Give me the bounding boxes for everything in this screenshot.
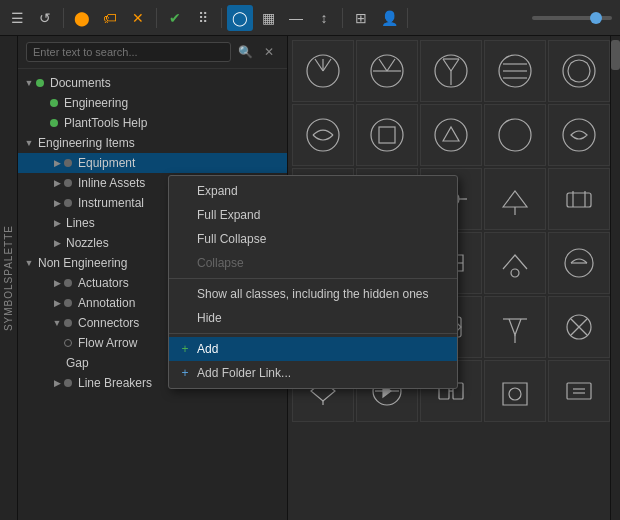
toolbar-tag-btn[interactable]: 🏷 (97, 5, 123, 31)
svg-line-6 (387, 59, 395, 71)
toolbar-user-btn[interactable]: 👤 (376, 5, 402, 31)
ctx-expand[interactable]: Expand (169, 179, 457, 203)
symbol-cell[interactable] (484, 104, 546, 166)
toolbar-circle-btn[interactable]: ◯ (227, 5, 253, 31)
svg-rect-62 (567, 383, 591, 399)
ctx-full-collapse-label: Full Collapse (197, 232, 266, 246)
toolbar-arrow-btn[interactable]: ↕ (311, 5, 337, 31)
ctx-show-all[interactable]: Show all classes, including the hidden o… (169, 282, 457, 306)
symbol-cell[interactable] (548, 40, 610, 102)
svg-point-24 (563, 119, 595, 151)
tree-item-equipment[interactable]: ▶ Equipment (18, 153, 287, 173)
tree-item-engineering[interactable]: Engineering (18, 93, 287, 113)
symbol-cell[interactable] (484, 232, 546, 294)
tree-arrow-instrumental: ▶ (50, 196, 64, 210)
symbol-cell[interactable] (548, 232, 610, 294)
tree-arrow-connectors: ▼ (50, 316, 64, 330)
tree-dot-planttools (50, 119, 58, 127)
tree-arrow-inlineasset: ▶ (50, 176, 64, 190)
toolbar-paint-btn[interactable]: ⬤ (69, 5, 95, 31)
tree-label-engitems: Engineering Items (38, 136, 135, 150)
svg-line-11 (443, 59, 451, 71)
tree-dot-equipment (64, 159, 72, 167)
tree-dot-connectors (64, 319, 72, 327)
svg-rect-21 (379, 127, 395, 143)
tree-item-planttools[interactable]: PlantTools Help (18, 113, 287, 133)
toolbar-check-btn[interactable]: ✔ (162, 5, 188, 31)
toolbar-line-btn[interactable]: — (283, 5, 309, 31)
tree-label-instrumental: Instrumental (78, 196, 144, 210)
tree-dot-documents (36, 79, 44, 87)
symbol-cell[interactable] (292, 104, 354, 166)
ctx-add-folder-label: Add Folder Link... (197, 366, 291, 380)
tree-arrow-documents: ▼ (22, 76, 36, 90)
toolbar-sep-4 (342, 8, 343, 28)
tree-arrow-actuators: ▶ (50, 276, 64, 290)
context-menu: Expand Full Expand Full Collapse Collaps… (168, 175, 458, 389)
tree-dot-inlineasset (64, 179, 72, 187)
symbol-cell[interactable] (484, 168, 546, 230)
right-scrollbar[interactable] (610, 36, 620, 520)
clear-search-btn[interactable]: ✕ (259, 42, 279, 62)
toolbar-sep-3 (221, 8, 222, 28)
ctx-hide[interactable]: Hide (169, 306, 457, 330)
symbol-cell[interactable] (420, 40, 482, 102)
symbol-cell[interactable] (484, 40, 546, 102)
symbol-cell[interactable] (548, 296, 610, 358)
svg-line-1 (315, 59, 323, 71)
svg-line-2 (323, 59, 331, 71)
tree-label-equipment: Equipment (78, 156, 135, 170)
search-input[interactable] (26, 42, 231, 62)
side-label-text: SYMBOLSPALETTE (3, 225, 14, 331)
symbol-cell[interactable] (548, 168, 610, 230)
scrollbar-thumb[interactable] (611, 40, 620, 70)
tree-dot-instrumental (64, 199, 72, 207)
tree-label-noneng: Non Engineering (38, 256, 127, 270)
zoom-slider[interactable] (532, 16, 612, 20)
toolbar-x-btn[interactable]: ✕ (125, 5, 151, 31)
tree-item-documents[interactable]: ▼ Documents (18, 73, 287, 93)
symbol-cell[interactable] (292, 40, 354, 102)
side-label: SYMBOLSPALETTE (0, 36, 18, 520)
tree-dot-engineering (50, 99, 58, 107)
ctx-full-collapse[interactable]: Full Collapse (169, 227, 457, 251)
search-btn[interactable]: 🔍 (235, 42, 255, 62)
tree-arrow-equipment: ▶ (50, 156, 64, 170)
toolbar-refresh-btn[interactable]: ↺ (32, 5, 58, 31)
ctx-add-folder[interactable]: + Add Folder Link... (169, 361, 457, 385)
tree-item-engitems[interactable]: ▼ Engineering Items (18, 133, 287, 153)
ctx-expand-label: Expand (197, 184, 238, 198)
svg-line-12 (451, 59, 459, 71)
tree-arrow-engitems: ▼ (22, 136, 36, 150)
toolbar-menu-btn[interactable]: ☰ (4, 5, 30, 31)
ctx-show-all-label: Show all classes, including the hidden o… (197, 287, 428, 301)
symbol-cell[interactable] (548, 360, 610, 422)
symbol-cell[interactable] (356, 40, 418, 102)
tree-label-gap: Gap (66, 356, 89, 370)
ctx-collapse-label: Collapse (197, 256, 244, 270)
tree-label-connectors: Connectors (78, 316, 139, 330)
search-bar: 🔍 ✕ (18, 36, 287, 69)
ctx-add[interactable]: + Add (169, 337, 457, 361)
svg-point-19 (307, 119, 339, 151)
symbol-cell[interactable] (420, 104, 482, 166)
toolbar-table-btn[interactable]: ▦ (255, 5, 281, 31)
ctx-collapse: Collapse (169, 251, 457, 275)
ctx-full-expand[interactable]: Full Expand (169, 203, 457, 227)
ctx-sep-2 (169, 333, 457, 334)
tree-label-annotation: Annotation (78, 296, 135, 310)
svg-line-5 (379, 59, 387, 71)
symbol-cell[interactable] (484, 296, 546, 358)
symbol-cell[interactable] (484, 360, 546, 422)
tree-dot-linebreakers (64, 379, 72, 387)
symbol-cell[interactable] (356, 104, 418, 166)
tree-label-flowarrow: Flow Arrow (78, 336, 137, 350)
tree-label-nozzles: Nozzles (66, 236, 109, 250)
ctx-full-expand-label: Full Expand (197, 208, 260, 222)
toolbar-grid-btn[interactable]: ⠿ (190, 5, 216, 31)
toolbar: ☰ ↺ ⬤ 🏷 ✕ ✔ ⠿ ◯ ▦ — ↕ ⊞ 👤 (0, 0, 620, 36)
toolbar-layers-btn[interactable]: ⊞ (348, 5, 374, 31)
tree-label-linebreakers: Line Breakers (78, 376, 152, 390)
symbol-cell[interactable] (548, 104, 610, 166)
tree-label-documents: Documents (50, 76, 111, 90)
